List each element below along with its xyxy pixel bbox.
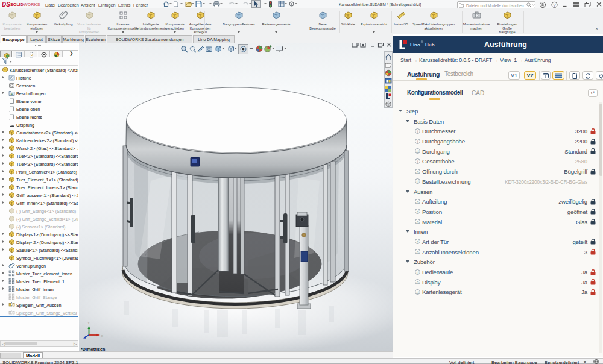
svg-text:?: ? [554, 3, 556, 7]
svg-text:Y: Y [87, 321, 90, 325]
svg-text:x: x [101, 334, 103, 337]
svg-text:A: A [10, 92, 13, 96]
svg-text:SOLIDWORKS: SOLIDWORKS [10, 2, 40, 7]
svg-text:DS: DS [2, 1, 10, 8]
